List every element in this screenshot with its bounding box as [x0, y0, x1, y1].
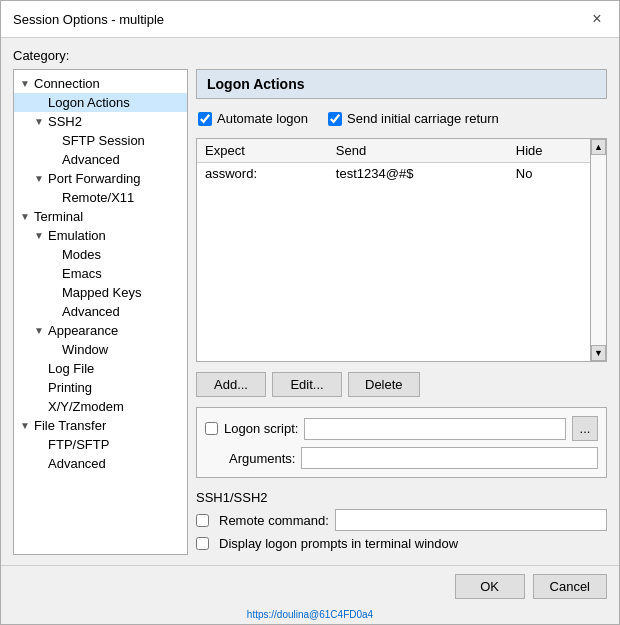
- expander-logfile: [32, 362, 46, 376]
- tree-item-mapped-keys[interactable]: Mapped Keys: [14, 283, 187, 302]
- ok-button[interactable]: OK: [455, 574, 525, 599]
- section-header: Logon Actions: [196, 69, 607, 99]
- tree-item-ssh2[interactable]: ▼ SSH2: [14, 112, 187, 131]
- scroll-down-button[interactable]: ▼: [591, 345, 606, 361]
- tree-label-window: Window: [62, 342, 108, 357]
- browse-button[interactable]: ...: [572, 416, 598, 441]
- logon-script-label: Logon script:: [224, 421, 298, 436]
- tree-label-port-forwarding: Port Forwarding: [48, 171, 140, 186]
- remote-command-row: Remote command:: [196, 509, 607, 531]
- col-expect: Expect: [197, 139, 328, 163]
- scroll-track: [591, 155, 606, 345]
- automate-logon-checkbox[interactable]: [198, 112, 212, 126]
- expander-portfwd: ▼: [32, 172, 46, 186]
- tree-item-file-transfer[interactable]: ▼ File Transfer: [14, 416, 187, 435]
- table-container: Expect Send Hide assword: test1234@#$ No: [196, 138, 607, 362]
- logon-script-checkbox[interactable]: [205, 422, 218, 435]
- tree-item-emulation[interactable]: ▼ Emulation: [14, 226, 187, 245]
- tree-item-remote-x11[interactable]: Remote/X11: [14, 188, 187, 207]
- tree-item-xyz-modem[interactable]: X/Y/Zmodem: [14, 397, 187, 416]
- scroll-up-button[interactable]: ▲: [591, 139, 606, 155]
- tree-item-advanced-emulation[interactable]: Advanced: [14, 302, 187, 321]
- expander-printing: [32, 381, 46, 395]
- form-section: Logon script: ... Arguments:: [196, 407, 607, 478]
- expander-adv-ft: [32, 457, 46, 471]
- tree-item-connection[interactable]: ▼ Connection: [14, 74, 187, 93]
- expander-terminal: ▼: [18, 210, 32, 224]
- tree-item-port-forwarding[interactable]: ▼ Port Forwarding: [14, 169, 187, 188]
- main-area: ▼ Connection Logon Actions ▼ SSH2 SFTP S…: [13, 69, 607, 555]
- remote-command-checkbox[interactable]: [196, 514, 209, 527]
- cell-send: test1234@#$: [328, 163, 508, 185]
- expander-file-transfer: ▼: [18, 419, 32, 433]
- expander-emulation: ▼: [32, 229, 46, 243]
- remote-command-label: Remote command:: [215, 513, 329, 528]
- tree-label-ssh2: SSH2: [48, 114, 82, 129]
- add-button[interactable]: Add...: [196, 372, 266, 397]
- tree-label-log-file: Log File: [48, 361, 94, 376]
- send-carriage-checkbox[interactable]: [328, 112, 342, 126]
- tree-label-ftp-sftp: FTP/SFTP: [48, 437, 109, 452]
- tree-label-remote-x11: Remote/X11: [62, 190, 134, 205]
- expander-ftp: [32, 438, 46, 452]
- expander-remotex11: [46, 191, 60, 205]
- watermark: https://doulina@61C4FD0a4: [1, 607, 619, 624]
- expander-sftp: [46, 134, 60, 148]
- expander-xyz: [32, 400, 46, 414]
- display-logon-label: Display logon prompts in terminal window: [215, 536, 458, 551]
- tree-label-printing: Printing: [48, 380, 92, 395]
- bottom-buttons: OK Cancel: [1, 565, 619, 607]
- logon-script-row: Logon script: ...: [205, 416, 598, 441]
- tree-item-advanced-ssh[interactable]: Advanced: [14, 150, 187, 169]
- tree-label-advanced-emulation: Advanced: [62, 304, 120, 319]
- dialog-body: Category: ▼ Connection Logon Actions ▼ S…: [1, 38, 619, 565]
- send-carriage-label[interactable]: Send initial carriage return: [328, 111, 499, 126]
- expander-logon: [32, 96, 46, 110]
- title-bar: Session Options - multiple ×: [1, 1, 619, 38]
- tree-item-terminal[interactable]: ▼ Terminal: [14, 207, 187, 226]
- tree-item-logon-actions[interactable]: Logon Actions: [14, 93, 187, 112]
- table-row[interactable]: assword: test1234@#$ No: [197, 163, 590, 185]
- arguments-label: Arguments:: [225, 451, 295, 466]
- dialog: Session Options - multiple × Category: ▼…: [0, 0, 620, 625]
- tree-item-modes[interactable]: Modes: [14, 245, 187, 264]
- edit-button[interactable]: Edit...: [272, 372, 342, 397]
- tree-item-appearance[interactable]: ▼ Appearance: [14, 321, 187, 340]
- expander-appearance: ▼: [32, 324, 46, 338]
- tree-item-ftp-sftp[interactable]: FTP/SFTP: [14, 435, 187, 454]
- tree-label-file-transfer: File Transfer: [34, 418, 106, 433]
- tree-item-window[interactable]: Window: [14, 340, 187, 359]
- tree-label-advanced-ssh: Advanced: [62, 152, 120, 167]
- tree-item-emacs[interactable]: Emacs: [14, 264, 187, 283]
- col-hide: Hide: [508, 139, 590, 163]
- arguments-input[interactable]: [301, 447, 598, 469]
- col-send: Send: [328, 139, 508, 163]
- cell-hide: No: [508, 163, 590, 185]
- expander-connection: ▼: [18, 77, 32, 91]
- logon-script-input[interactable]: [304, 418, 566, 440]
- ssh-section-label: SSH1/SSH2: [196, 490, 607, 505]
- tree-label-modes: Modes: [62, 247, 101, 262]
- tree-label-xyz-modem: X/Y/Zmodem: [48, 399, 124, 414]
- send-carriage-text: Send initial carriage return: [347, 111, 499, 126]
- tree-item-log-file[interactable]: Log File: [14, 359, 187, 378]
- tree-label-connection: Connection: [34, 76, 100, 91]
- close-button[interactable]: ×: [587, 9, 607, 29]
- expander-adv-emul: [46, 305, 60, 319]
- display-logon-checkbox[interactable]: [196, 537, 209, 550]
- checkboxes-row: Automate logon Send initial carriage ret…: [196, 107, 607, 130]
- tree-label-sftp: SFTP Session: [62, 133, 145, 148]
- tree-item-printing[interactable]: Printing: [14, 378, 187, 397]
- tree-label-mapped-keys: Mapped Keys: [62, 285, 142, 300]
- automate-logon-label[interactable]: Automate logon: [198, 111, 308, 126]
- remote-command-input[interactable]: [335, 509, 607, 531]
- cancel-button[interactable]: Cancel: [533, 574, 607, 599]
- logon-table: Expect Send Hide assword: test1234@#$ No: [197, 139, 590, 184]
- expander-emacs: [46, 267, 60, 281]
- tree-item-advanced-ft[interactable]: Advanced: [14, 454, 187, 473]
- table-area: Expect Send Hide assword: test1234@#$ No: [197, 139, 590, 361]
- tree-item-sftp-session[interactable]: SFTP Session: [14, 131, 187, 150]
- arguments-row: Arguments:: [205, 447, 598, 469]
- delete-button[interactable]: Delete: [348, 372, 420, 397]
- expander-mapped-keys: [46, 286, 60, 300]
